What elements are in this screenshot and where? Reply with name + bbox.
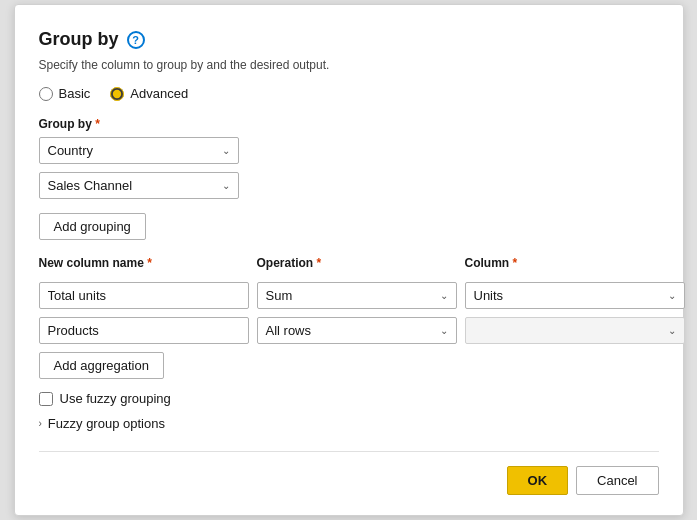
- aggregation-row-2: All rows ⌄ ⌄: [39, 317, 659, 344]
- dialog-title: Group by: [39, 29, 119, 50]
- chevron-down-icon: ⌄: [440, 325, 448, 336]
- group-by-dialog: Group by ? Specify the column to group b…: [14, 4, 684, 516]
- group-by-dropdown-sales-channel[interactable]: Sales Channel ⌄: [39, 172, 239, 199]
- column-dropdown-1[interactable]: Units ⌄: [465, 282, 685, 309]
- chevron-down-icon: ⌄: [222, 180, 230, 191]
- help-icon[interactable]: ?: [127, 31, 145, 49]
- group-by-section: Group by * Country ⌄ Sales Channel ⌄: [39, 117, 659, 199]
- operation-dropdown-1[interactable]: Sum ⌄: [257, 282, 457, 309]
- radio-advanced[interactable]: Advanced: [110, 86, 188, 101]
- radio-advanced-label: Advanced: [130, 86, 188, 101]
- chevron-down-icon: ⌄: [440, 290, 448, 301]
- fuzzy-grouping-checkbox[interactable]: [39, 392, 53, 406]
- group-by-dropdown-country[interactable]: Country ⌄: [39, 137, 239, 164]
- fuzzy-grouping-row: Use fuzzy grouping: [39, 391, 659, 406]
- group-by-label: Group by *: [39, 117, 659, 131]
- add-aggregation-button[interactable]: Add aggregation: [39, 352, 164, 379]
- cancel-button[interactable]: Cancel: [576, 466, 658, 495]
- radio-advanced-input[interactable]: [110, 87, 124, 101]
- dialog-subtitle: Specify the column to group by and the d…: [39, 58, 659, 72]
- aggregation-header: New column name * Operation * Column *: [39, 256, 659, 276]
- operation-dropdown-2[interactable]: All rows ⌄: [257, 317, 457, 344]
- chevron-right-icon: ›: [39, 418, 42, 429]
- radio-basic-input[interactable]: [39, 87, 53, 101]
- fuzzy-options-row[interactable]: › Fuzzy group options: [39, 416, 659, 431]
- dialog-footer: OK Cancel: [39, 451, 659, 495]
- dialog-header: Group by ?: [39, 29, 659, 50]
- new-column-name-label: New column name *: [39, 256, 249, 270]
- radio-basic[interactable]: Basic: [39, 86, 91, 101]
- chevron-down-icon: ⌄: [668, 290, 676, 301]
- chevron-down-icon: ⌄: [222, 145, 230, 156]
- fuzzy-options-label: Fuzzy group options: [48, 416, 165, 431]
- operation-label: Operation *: [257, 256, 457, 270]
- new-column-name-input-2[interactable]: [39, 317, 249, 344]
- group-dropdowns: Country ⌄ Sales Channel ⌄: [39, 137, 659, 199]
- ok-button[interactable]: OK: [507, 466, 569, 495]
- column-label: Column *: [465, 256, 685, 270]
- add-grouping-button[interactable]: Add grouping: [39, 213, 146, 240]
- fuzzy-grouping-label[interactable]: Use fuzzy grouping: [60, 391, 171, 406]
- column-dropdown-2-disabled: ⌄: [465, 317, 685, 344]
- new-column-name-input-1[interactable]: [39, 282, 249, 309]
- chevron-down-icon: ⌄: [668, 325, 676, 336]
- aggregation-row-1: Sum ⌄ Units ⌄: [39, 282, 659, 309]
- radio-basic-label: Basic: [59, 86, 91, 101]
- radio-group: Basic Advanced: [39, 86, 659, 101]
